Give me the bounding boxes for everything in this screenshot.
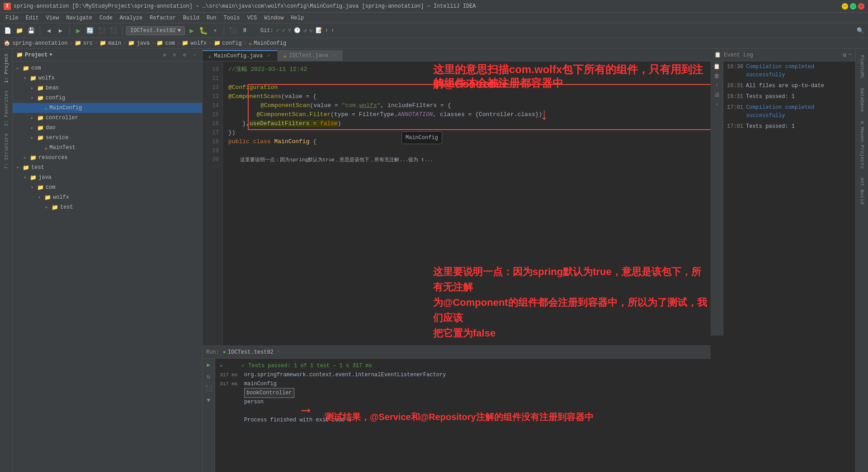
run-stop-btn[interactable]: ⬛ (204, 384, 213, 393)
breadcrumb-java[interactable]: java (137, 40, 150, 47)
maximize-button[interactable]: ☐ (850, 3, 856, 9)
run-filter-btn[interactable]: ▼ (204, 396, 213, 405)
bookcontroller-highlight: bookController (244, 388, 294, 398)
run-tab-close[interactable]: × (277, 350, 280, 355)
menu-window[interactable]: Window (260, 14, 287, 22)
menu-analyze[interactable]: Analyze (116, 14, 146, 22)
menu-vcs[interactable]: VCS (244, 14, 261, 22)
git-pull[interactable]: ⬇ (331, 27, 334, 34)
git-push[interactable]: ⬆ (325, 27, 328, 34)
window-controls[interactable]: — ☐ ✕ (842, 3, 864, 9)
menu-code[interactable]: Code (96, 14, 116, 22)
tree-maintest[interactable]: ☕ MainTest (13, 143, 202, 153)
event-arrow-down[interactable]: ↓ (715, 101, 718, 107)
run-button[interactable]: ▶ (187, 26, 197, 36)
menu-run[interactable]: Run (203, 14, 220, 22)
git-branch-icon[interactable]: ⑂ (288, 28, 291, 34)
coverage-btn[interactable]: ⚡ (210, 26, 220, 36)
menu-tools[interactable]: Tools (220, 14, 244, 22)
event-log-close[interactable]: − (848, 51, 852, 59)
reload-btn[interactable]: 🔄 (85, 26, 95, 36)
expand-arrow-wolfx: ▾ (24, 75, 28, 81)
code-editor[interactable]: 10 11 12 13 14 15 16 17 18 19 20 //涨幅 20… (203, 61, 711, 346)
tree-service[interactable]: ▸ 📁 service (13, 133, 202, 143)
git-annotate[interactable]: 📝 (316, 27, 322, 34)
tree-controller[interactable]: ▸ 📁 controller (13, 113, 202, 123)
menu-edit[interactable]: Edit (22, 14, 42, 22)
tree-mainconfig[interactable]: ☕ MainConfig (13, 103, 202, 113)
pause-btn[interactable]: ⏸ (240, 26, 250, 36)
sidebar-tab-favorites[interactable]: 2: Favorites (2, 88, 10, 129)
settings-btn[interactable]: ⚙ (180, 51, 189, 59)
breadcrumb-src[interactable]: src (83, 40, 93, 47)
menu-refactor[interactable]: Refactor (146, 14, 179, 22)
tab-ioctest-close[interactable]: × (331, 52, 337, 59)
right-tab-plantuml[interactable]: PlantUML (858, 52, 866, 82)
git-clock[interactable]: 🕐 (294, 27, 301, 34)
right-tab-database[interactable]: Database (858, 85, 866, 115)
right-tab-ant[interactable]: Ant Build (858, 175, 866, 207)
menu-build[interactable]: Build (179, 14, 203, 22)
menu-file[interactable]: File (2, 14, 22, 22)
tree-test-wolfx[interactable]: ▾ 📁 wolfx (13, 192, 202, 202)
event-copy-btn[interactable]: 📋 (713, 63, 720, 70)
forward-btn[interactable]: ▶ (56, 26, 66, 36)
tab-ioctest[interactable]: ☕ IOCTest.java × (278, 50, 343, 61)
run-line-mainconfig: mainConfig (244, 379, 277, 388)
breadcrumb-spring-annotation[interactable]: spring-annotation (12, 40, 67, 47)
tree-config[interactable]: ▾ 📁 config (13, 93, 202, 103)
breadcrumb-main[interactable]: main (108, 40, 121, 47)
event-log-settings[interactable]: ⚙ (843, 51, 846, 59)
menu-help[interactable]: Help (287, 14, 307, 22)
sidebar-tab-structure[interactable]: 7: Structure (2, 131, 10, 172)
tree-test[interactable]: ▾ 📁 test (13, 163, 202, 173)
event-arrow-up[interactable]: ↑ (715, 82, 718, 89)
locate-btn[interactable]: ⊕ (160, 51, 169, 59)
git-undo[interactable]: ↺ (303, 27, 307, 34)
run-rerun-btn[interactable]: ↻ (204, 372, 213, 381)
tree-test-java[interactable]: ▾ 📁 java (13, 173, 202, 182)
save-btn[interactable]: 💾 (26, 26, 36, 36)
git-check2[interactable]: ✓ (282, 27, 285, 34)
code-content[interactable]: //涨幅 2022-03-11 12:42 @Configuration @Co… (223, 61, 711, 346)
run-tab-ioctest[interactable]: ● IOCTest.test02 × (223, 349, 280, 355)
tree-com[interactable]: ▸ 📁 com (13, 63, 202, 73)
hide-btn[interactable]: − (190, 51, 198, 59)
back-btn[interactable]: ◀ (44, 26, 54, 36)
tree-test-folder[interactable]: ▸ 📁 test (13, 202, 202, 212)
breadcrumb-config[interactable]: config (222, 40, 242, 47)
tab-mainconfig-close[interactable]: × (265, 53, 272, 59)
open-btn[interactable]: 📁 (14, 26, 24, 36)
stop2-btn[interactable]: ⬛ (228, 26, 238, 36)
event-print-btn[interactable]: 🖨 (714, 91, 720, 98)
new-file-btn[interactable]: 📄 (3, 26, 13, 36)
run-build-btn[interactable]: ▶ (73, 26, 83, 36)
menu-navigate[interactable]: Navigate (62, 14, 96, 22)
git-check1[interactable]: ✓ (276, 27, 279, 34)
event-msg-4[interactable]: Compilation completed successfully (746, 103, 852, 120)
breadcrumb-mainconfig[interactable]: MainConfig (254, 40, 286, 47)
menu-view[interactable]: View (42, 14, 63, 22)
expand-all-btn[interactable]: ≡ (170, 51, 179, 59)
tab-mainconfig[interactable]: ☕ MainConfig.java × (203, 50, 278, 61)
tree-bean[interactable]: ▸ 📁 bean (13, 83, 202, 93)
sidebar-tab-project[interactable]: 1: Project (2, 51, 10, 86)
run-config-selector[interactable]: IOCTest.test02 ▼ (126, 26, 185, 35)
breadcrumb-wolfx[interactable]: wolfx (190, 40, 207, 47)
tree-resources[interactable]: ▸ 📁 resources (13, 153, 202, 163)
event-msg-1[interactable]: Compilation completed successfully (746, 63, 852, 79)
breadcrumb-com[interactable]: com (165, 40, 175, 47)
right-tab-maven[interactable]: m Maven Projects (858, 118, 866, 172)
tree-dao[interactable]: ▸ 📁 dao (13, 123, 202, 133)
tree-wolfx[interactable]: ▾ 📁 wolfx (13, 73, 202, 83)
event-trash-btn[interactable]: 🗑 (714, 73, 720, 79)
close-button[interactable]: ✕ (858, 3, 864, 9)
git-redo[interactable]: ↻ (310, 27, 313, 34)
run-play-btn[interactable]: ▶ (204, 360, 213, 369)
another-btn[interactable]: ⬛ (108, 26, 118, 36)
minimize-button[interactable]: — (842, 3, 848, 9)
tree-test-com[interactable]: ▾ 📁 com (13, 182, 202, 192)
search-everywhere-btn[interactable]: 🔍 (855, 26, 865, 36)
debug-button[interactable]: 🐛 (198, 26, 208, 36)
stop-btn[interactable]: ⬛ (97, 26, 107, 36)
